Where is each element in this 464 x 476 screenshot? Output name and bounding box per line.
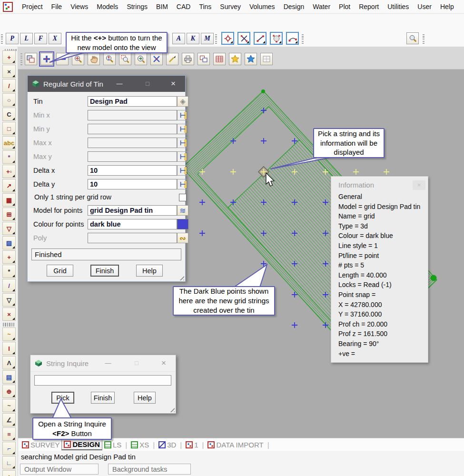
star-point-icon[interactable]: *: [2, 265, 16, 278]
maximize-icon[interactable]: [130, 358, 143, 368]
field-icon-button[interactable]: [177, 165, 188, 176]
copy-window-icon[interactable]: ⊞: [2, 208, 16, 221]
intersect-tool-icon[interactable]: ×: [2, 65, 16, 78]
polygon-tool-icon[interactable]: ▽: [2, 222, 16, 235]
arc-snap-icon[interactable]: [286, 32, 299, 45]
field-icon-button[interactable]: [177, 124, 188, 134]
point-tool-icon[interactable]: +: [2, 50, 16, 64]
output-window-panel[interactable]: Output Window: [20, 464, 99, 475]
symbol-tool-icon[interactable]: *: [2, 150, 16, 164]
field-icon-button[interactable]: [177, 179, 188, 189]
field-icon-button[interactable]: [177, 219, 188, 229]
plot-icon[interactable]: [182, 53, 194, 65]
report-edit-icon[interactable]: ▤: [2, 370, 16, 384]
pick-button[interactable]: Pick: [51, 392, 74, 404]
function-letter-button[interactable]: A: [172, 33, 185, 44]
close-icon[interactable]: [158, 358, 170, 368]
tab-xs[interactable]: XS: [129, 440, 157, 450]
function-letter-button[interactable]: X: [49, 33, 61, 44]
menu-item[interactable]: CAD: [172, 0, 195, 14]
field-input[interactable]: [88, 138, 177, 148]
help-button[interactable]: Help: [136, 265, 163, 277]
menu-item[interactable]: Models: [92, 0, 122, 14]
survey-instrument-icon[interactable]: Λ: [2, 356, 16, 369]
delete-view-icon[interactable]: [150, 53, 163, 65]
rectangle-tool-icon[interactable]: □: [2, 122, 16, 135]
tab-1[interactable]: 1: [184, 440, 206, 450]
zoom-window-icon[interactable]: [119, 53, 131, 65]
interface-icon[interactable]: I: [2, 342, 16, 355]
close-icon[interactable]: [413, 180, 425, 190]
string-inquire-input[interactable]: [34, 375, 171, 386]
line-snap-icon[interactable]: [254, 32, 267, 45]
copy-view-icon[interactable]: [197, 53, 210, 65]
menu-item[interactable]: Survey: [216, 0, 245, 14]
field-input[interactable]: [88, 96, 177, 107]
toolbar-drag-handle[interactable]: [1, 33, 3, 44]
field-input[interactable]: [88, 205, 177, 216]
view-grid-icon[interactable]: [213, 53, 226, 65]
measure-icon[interactable]: ↗: [2, 179, 16, 192]
zoom-in-out-icon[interactable]: [103, 53, 116, 65]
field-input[interactable]: [88, 124, 177, 134]
function-letter-button[interactable]: M: [201, 33, 214, 44]
toolbar-drag-handle[interactable]: [423, 33, 425, 44]
tin-favourites-icon[interactable]: ◈: [2, 470, 16, 476]
grid-table-icon[interactable]: ▦: [2, 193, 16, 207]
views-star-icon[interactable]: [245, 53, 257, 65]
views-menu-icon[interactable]: [25, 53, 37, 65]
field-input[interactable]: [88, 165, 177, 176]
minimize-icon[interactable]: [113, 79, 126, 89]
tab-3d[interactable]: 3D: [157, 440, 184, 450]
tab-design[interactable]: DESIGN: [61, 439, 102, 450]
railway-icon[interactable]: ≡: [2, 427, 16, 441]
close-icon[interactable]: [167, 79, 179, 89]
menu-item[interactable]: Tins: [195, 0, 216, 14]
help-button[interactable]: Help: [134, 392, 156, 404]
remove-model-icon[interactable]: [56, 53, 69, 65]
function-letter-button[interactable]: F: [34, 33, 47, 44]
menu-item[interactable]: Strings: [122, 0, 152, 14]
tab-data-import[interactable]: DATA IMPORT: [206, 440, 271, 450]
field-input[interactable]: [88, 110, 177, 120]
toolbar-drag-handle[interactable]: [215, 33, 217, 44]
text-tool-icon[interactable]: abc: [2, 136, 16, 149]
field-input[interactable]: [88, 219, 177, 229]
one-string-per-row-checkbox[interactable]: [179, 194, 187, 201]
menu-item[interactable]: Project: [18, 0, 47, 14]
move-tool-icon[interactable]: +: [2, 250, 16, 264]
field-icon-button[interactable]: [177, 151, 188, 162]
angle-icon[interactable]: ∠: [2, 413, 16, 426]
vertex-snap-icon[interactable]: [237, 32, 250, 45]
arc-tool-icon[interactable]: C: [2, 108, 16, 121]
background-tasks-panel[interactable]: Background tasks: [108, 464, 191, 475]
tab-survey[interactable]: SURVEY: [20, 440, 61, 450]
dialog-title-bar[interactable]: String Inquire: [30, 355, 176, 372]
field-icon-button[interactable]: [177, 233, 188, 243]
menu-item[interactable]: Utilities: [383, 0, 413, 14]
image-tool-icon[interactable]: ▨: [2, 236, 16, 249]
menu-item[interactable]: Report: [355, 0, 383, 14]
menu-item[interactable]: Help: [436, 0, 458, 14]
resize-grip[interactable]: [168, 406, 175, 412]
circle-tool-icon[interactable]: ○: [2, 93, 16, 107]
menu-item[interactable]: Design: [279, 0, 309, 14]
dialog-title-bar[interactable]: Regular Grid of Tin: [28, 76, 185, 92]
circle-snap-icon[interactable]: [270, 32, 283, 45]
field-icon-button[interactable]: [177, 138, 188, 148]
fence-tool-icon[interactable]: ▽: [2, 293, 16, 307]
field-input[interactable]: [88, 151, 177, 162]
function-letter-button[interactable]: P: [6, 33, 19, 44]
redraw-icon[interactable]: [166, 53, 178, 65]
function-letter-button[interactable]: L: [20, 33, 33, 44]
tab-ls[interactable]: LS: [102, 440, 129, 450]
kerb-return-icon[interactable]: ∟: [2, 456, 16, 469]
pipe-edit-icon[interactable]: ⌐: [2, 442, 16, 455]
menu-item[interactable]: Volumes: [245, 0, 279, 14]
search-icon[interactable]: [406, 32, 419, 44]
finish-button[interactable]: Finish: [90, 265, 119, 277]
line-tool-icon[interactable]: /: [2, 79, 16, 92]
point-snap-icon[interactable]: [221, 32, 234, 45]
field-icon-button[interactable]: [177, 205, 188, 216]
view-layout-icon[interactable]: [260, 53, 273, 65]
